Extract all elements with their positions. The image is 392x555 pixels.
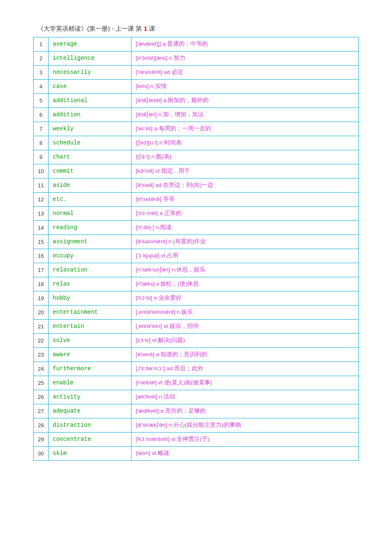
row-phonetic-meaning: [riːlæk'seiʃən] n.休息，娱乐 [131,263,359,277]
table-row: 19hobby['hɔ bi] n.业余爱好 [34,291,359,306]
row-word: enable [49,376,131,390]
table-row: 30skim[skim] vt.略读 [34,447,359,461]
row-phonetic-meaning: [in'telidʒəns] n.智力 [131,51,359,66]
row-phonetic-meaning: [skim] vt.略读 [131,447,359,461]
row-word: weekly [49,122,131,136]
row-phonetic-meaning: ['ɔ kjupai] vt.占用 [131,249,359,263]
table-row: 17relaxation[riːlæk'seiʃən] n.休息，娱乐 [34,263,359,277]
table-row: 2intelligence[in'telidʒəns] n.智力 [34,51,359,66]
row-word: relaxation [49,263,131,277]
table-row: 6addition[ə'diʃən] n.加，增加，加法 [34,108,359,122]
row-phonetic-meaning: [ə'sainmənt] n.(布置的)作业 [131,235,359,249]
row-word: solve [49,334,131,348]
row-word: furthermore [49,362,131,376]
row-phonetic-meaning: [tʃɑːt] n.图(表) [131,150,359,164]
table-row: 16occupy['ɔ kjupai] vt.占用 [34,249,359,263]
table-row: 25enable[i'neibəl] vt.使(某人)能(做某事) [34,376,359,390]
row-phonetic-meaning: ['nɔːməl] a.正常的 [131,207,359,221]
row-number: 19 [34,291,49,306]
row-phonetic-meaning: [ˌentə'teinmənt] n.娱乐 [131,306,359,320]
row-number: 2 [34,51,49,66]
row-word: necessarily [49,66,131,80]
row-word: aware [49,348,131,362]
row-number: 28 [34,418,49,433]
table-row: 15assignment[ə'sainmənt] n.(布置的)作业 [34,235,359,249]
row-word: addition [49,108,131,122]
row-number: 24 [34,362,49,376]
table-row: 22solve[sɔ lv] vt.解决(问题) [34,334,359,348]
row-phonetic-meaning: [ə'diʃən] n.加，增加，加法 [131,108,359,122]
row-word: skim [49,447,131,461]
row-phonetic-meaning: [i'neibəl] vt.使(某人)能(做某事) [131,376,359,390]
row-phonetic-meaning: [ə'said] ad.在旁边；到(向)一边 [131,178,359,193]
table-row: 18relax[ri'læks] v.放松，(使)休息 [34,277,359,291]
row-number: 25 [34,376,49,390]
row-word: hobby [49,291,131,306]
table-row: 14reading['riːdiŋ ] n.阅读 [34,221,359,235]
row-phonetic-meaning: [æk'tiviti] n.活动 [131,390,359,404]
row-phonetic-meaning: [ri'læks] v.放松，(使)休息 [131,277,359,291]
row-number: 29 [34,433,49,447]
row-number: 30 [34,447,49,461]
table-row: 10commit[kə'mit] vt.指定…用于 [34,164,359,178]
row-number: 23 [34,348,49,362]
table-row: 13normal['nɔːməl] a.正常的 [34,207,359,221]
table-row: 29concentrate['kɔ nsəntreit] vi.全神贯注(于) [34,433,359,447]
row-number: 8 [34,136,49,150]
row-word: distraction [49,418,131,433]
table-row: 4case[keis] n.实情 [34,80,359,94]
table-row: 7weekly['wiːkli] a.每周的；一周一次的 [34,122,359,136]
table-row: 27adequate['ædikwit] a.充分的；足够的 [34,404,359,418]
row-phonetic-meaning: [keis] n.实情 [131,80,359,94]
row-phonetic-meaning: [kə'mit] vt.指定…用于 [131,164,359,178]
table-row: 8schedule['ʃedʒuːl] n.时间表 [34,136,359,150]
row-phonetic-meaning: ['hɔ bi] n.业余爱好 [131,291,359,306]
row-number: 22 [34,334,49,348]
row-word: etc. [49,193,131,207]
row-word: case [49,80,131,94]
row-phonetic-meaning: [sɔ lv] vt.解决(问题) [131,334,359,348]
row-number: 11 [34,178,49,193]
row-number: 26 [34,390,49,404]
row-number: 27 [34,404,49,418]
table-row: 23aware[ə'weə] a.知道的；意识到的 [34,348,359,362]
table-row: 1average['ævəridʒ] a.普通的；中等的 [34,37,359,51]
row-number: 4 [34,80,49,94]
row-word: chart [49,150,131,164]
row-phonetic-meaning: [et'setərə] 等等 [131,193,359,207]
row-word: concentrate [49,433,131,447]
table-row: 26activity[æk'tiviti] n.活动 [34,390,359,404]
row-word: assignment [49,235,131,249]
row-phonetic-meaning: ['ævəridʒ] a.普通的；中等的 [131,37,359,51]
row-phonetic-meaning: ['nesisərili] ad.必定 [131,66,359,80]
row-number: 13 [34,207,49,221]
row-number: 1 [34,37,49,51]
row-word: schedule [49,136,131,150]
row-word: entertain [49,320,131,334]
row-number: 20 [34,306,49,320]
row-phonetic-meaning: [ə'diʃənəl] a.附加的，额外的 [131,94,359,108]
table-row: 12etc.[et'setərə] 等等 [34,193,359,207]
row-number: 9 [34,150,49,164]
table-row: 28distraction[di'strækʃən] n.分心(或分散注意力)的… [34,418,359,433]
row-phonetic-meaning: ['ʃedʒuːl] n.时间表 [131,136,359,150]
table-row: 9chart[tʃɑːt] n.图(表) [34,150,359,164]
row-word: intelligence [49,51,131,66]
row-word: occupy [49,249,131,263]
row-word: reading [49,221,131,235]
row-phonetic-meaning: ['riːdiŋ ] n.阅读 [131,221,359,235]
row-phonetic-meaning: ['kɔ nsəntreit] vi.全神贯注(于) [131,433,359,447]
table-row: 3necessarily['nesisərili] ad.必定 [34,66,359,80]
table-row: 24furthermore[ˌfɜːðə'mɔː] ad.而且；此外 [34,362,359,376]
row-number: 16 [34,249,49,263]
row-phonetic-meaning: [ˌentə'tein] vt.娱乐，招待 [131,320,359,334]
row-word: normal [49,207,131,221]
row-number: 3 [34,66,49,80]
row-number: 7 [34,122,49,136]
row-number: 6 [34,108,49,122]
row-word: relax [49,277,131,291]
table-row: 21entertain[ˌentə'tein] vt.娱乐，招待 [34,320,359,334]
row-word: adequate [49,404,131,418]
row-word: average [49,37,131,51]
row-phonetic-meaning: ['wiːkli] a.每周的；一周一次的 [131,122,359,136]
